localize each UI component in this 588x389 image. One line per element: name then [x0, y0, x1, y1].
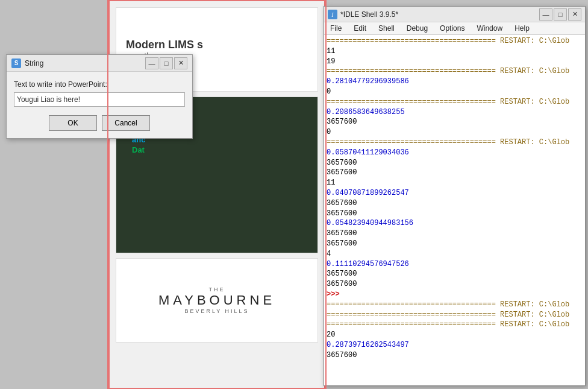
- idle-line: ======================================= …: [327, 66, 583, 77]
- idle-line: 3657600: [327, 168, 583, 178]
- idle-line: 3657600: [327, 158, 583, 168]
- idle-line: 4: [327, 249, 583, 259]
- idle-shell-window: I *IDLE Shell 3.9.5* — □ ✕ File Edit She…: [324, 6, 586, 386]
- dialog-icon: S: [11, 59, 21, 68]
- idle-title-left: I *IDLE Shell 3.9.5*: [328, 10, 398, 19]
- idle-line: ======================================= …: [327, 36, 583, 46]
- idle-line: 3657600: [327, 209, 583, 219]
- idle-line: ======================================= …: [327, 97, 583, 107]
- idle-line: 3657600: [327, 269, 583, 279]
- string-dialog: S String — □ ✕ Text to write into PowerP…: [6, 54, 193, 139]
- idle-line: 20: [327, 330, 583, 340]
- idle-line: 0.04070871899262547: [327, 188, 583, 198]
- dialog-cancel-button[interactable]: Cancel: [102, 115, 150, 131]
- dialog-ok-button[interactable]: OK: [49, 115, 97, 131]
- dialog-body: Text to write into PowerPoint: OK Cancel: [7, 72, 192, 138]
- idle-title-text: *IDLE Shell 3.9.5*: [340, 10, 398, 19]
- idle-line: >>>: [327, 289, 583, 300]
- idle-titlebar: I *IDLE Shell 3.9.5* — □ ✕: [324, 7, 585, 22]
- dialog-minimize-button[interactable]: —: [145, 57, 158, 69]
- idle-line: 3657600: [327, 198, 583, 209]
- idle-menu-options[interactable]: Options: [434, 22, 471, 34]
- idle-line: 3657600: [327, 229, 583, 239]
- idle-line: 0.11110294576947526: [327, 259, 583, 270]
- idle-line: 3657600: [327, 350, 583, 361]
- idle-line: 11: [327, 178, 583, 188]
- maybourne-the: THE: [209, 286, 225, 293]
- idle-menu-help[interactable]: Help: [508, 22, 536, 34]
- slide1-title: Modern LIMS s: [126, 39, 308, 51]
- idle-menu-edit[interactable]: Edit: [348, 22, 372, 34]
- idle-line: 3657600: [327, 117, 583, 127]
- idle-line: 19: [327, 57, 583, 67]
- svg-text:I: I: [331, 11, 334, 18]
- dialog-close-button[interactable]: ✕: [174, 57, 187, 69]
- maybourne-sub: BEVERLY HILLS: [184, 308, 249, 314]
- idle-line: 0.05870411129034036: [327, 148, 583, 158]
- idle-line: ======================================= …: [327, 300, 583, 310]
- dialog-title: String: [25, 59, 43, 68]
- idle-menu-file[interactable]: File: [324, 22, 348, 34]
- idle-maximize-button[interactable]: □: [554, 8, 567, 21]
- idle-line: ======================================= …: [327, 320, 583, 330]
- idle-line: 3657600: [327, 279, 583, 289]
- slide-maybourne: THE MAYBOURNE BEVERLY HILLS: [116, 258, 318, 343]
- idle-line: 0.2086583649638255: [327, 107, 583, 118]
- idle-menu-window[interactable]: Window: [471, 22, 508, 34]
- idle-win-controls: — □ ✕: [539, 8, 581, 21]
- maybourne-title: MAYBOURNE: [158, 293, 275, 308]
- idle-line: 0.054823940944983156: [327, 218, 583, 229]
- overlay-line5: Dat: [124, 145, 310, 154]
- idle-line: 0: [327, 87, 583, 97]
- idle-minimize-button[interactable]: —: [539, 8, 552, 21]
- idle-line: 0: [327, 127, 583, 138]
- idle-line: 11: [327, 46, 583, 57]
- idle-close-button[interactable]: ✕: [568, 8, 581, 21]
- idle-content[interactable]: ======================================= …: [324, 35, 585, 385]
- idle-icon: I: [328, 10, 337, 19]
- idle-line: 0.28739716262543497: [327, 340, 583, 350]
- dialog-label: Text to write into PowerPoint:: [14, 80, 185, 89]
- idle-line: ======================================= …: [327, 310, 583, 320]
- dialog-title-left: S String: [11, 59, 43, 68]
- dialog-maximize-button[interactable]: □: [160, 57, 173, 69]
- dialog-titlebar: S String — □ ✕: [7, 55, 192, 72]
- dialog-buttons: OK Cancel: [14, 115, 185, 131]
- dialog-controls: — □ ✕: [145, 57, 187, 69]
- idle-menu-debug[interactable]: Debug: [401, 22, 434, 34]
- idle-menubar: File Edit Shell Debug Options Window Hel…: [324, 22, 585, 35]
- idle-line: 3657600: [327, 239, 583, 249]
- idle-menu-shell[interactable]: Shell: [372, 22, 401, 34]
- idle-line: ======================================= …: [327, 138, 583, 148]
- dialog-text-input[interactable]: [14, 92, 185, 107]
- idle-line: 0.28104779296939586: [327, 77, 583, 87]
